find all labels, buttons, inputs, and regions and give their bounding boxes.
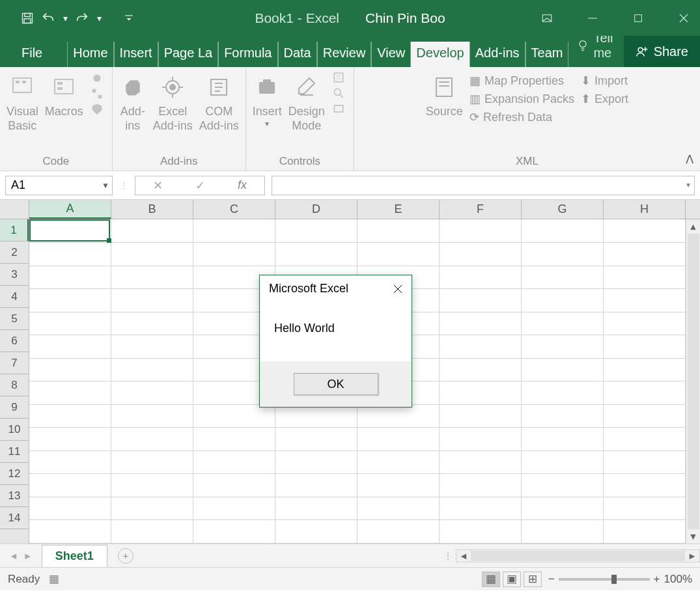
next-sheet-icon[interactable]: ► xyxy=(23,551,33,561)
expansion-packs-button[interactable]: ▥Expansion Packs xyxy=(469,92,574,106)
macro-recorder-icon[interactable]: ▦ xyxy=(49,572,59,586)
visual-basic-button[interactable]: Visual Basic xyxy=(7,71,38,133)
row-header-6[interactable]: 6 xyxy=(0,330,29,352)
column-header-G[interactable]: G xyxy=(522,200,604,219)
name-box[interactable]: A1 ▼ xyxy=(5,176,113,195)
scroll-down-icon[interactable]: ▼ xyxy=(689,529,698,544)
message-box: Microsoft Excel Hello World OK xyxy=(259,275,412,407)
close-icon[interactable] xyxy=(393,284,402,294)
close-icon[interactable] xyxy=(674,8,693,28)
row-header-8[interactable]: 8 xyxy=(0,374,29,396)
column-header-H[interactable]: H xyxy=(604,200,686,219)
row-header-2[interactable]: 2 xyxy=(0,241,29,264)
refresh-data-button[interactable]: ⟳Refresh Data xyxy=(469,110,574,124)
tab-addins[interactable]: Add-ins xyxy=(469,42,525,67)
page-break-view-icon[interactable]: ⊞ xyxy=(524,572,542,587)
column-header-A[interactable]: A xyxy=(29,200,111,219)
scroll-left-icon[interactable]: ◄ xyxy=(456,551,471,561)
row-header-10[interactable]: 10 xyxy=(0,419,29,441)
run-dialog-icon[interactable] xyxy=(331,102,347,117)
row-header-12[interactable]: 12 xyxy=(0,463,29,485)
save-icon[interactable] xyxy=(20,10,35,26)
row-header-5[interactable]: 5 xyxy=(0,308,29,330)
collapse-ribbon-icon[interactable]: ᐱ xyxy=(686,152,693,167)
column-header-D[interactable]: D xyxy=(275,200,357,219)
tab-formulas[interactable]: Formula xyxy=(218,42,277,67)
tab-insert[interactable]: Insert xyxy=(114,42,158,67)
insert-controls-button[interactable]: Insert ▾ xyxy=(253,71,282,128)
row-header-13[interactable]: 13 xyxy=(0,485,29,507)
formula-input[interactable]: ▾ xyxy=(272,176,695,195)
zoom-in-button[interactable]: + xyxy=(654,573,660,586)
scroll-up-icon[interactable]: ▲ xyxy=(689,219,698,234)
xml-source-button[interactable]: Source xyxy=(426,71,463,119)
chevron-down-icon[interactable]: ▾ xyxy=(61,10,69,26)
scroll-right-icon[interactable]: ► xyxy=(685,551,699,561)
scroll-thumb[interactable] xyxy=(471,551,685,561)
import-button[interactable]: ⬇Import xyxy=(581,74,628,88)
row-header-9[interactable]: 9 xyxy=(0,396,29,419)
zoom-level[interactable]: 100% xyxy=(664,573,692,586)
new-sheet-button[interactable]: + xyxy=(118,548,133,564)
tell-me-search[interactable]: Tell me xyxy=(576,31,623,67)
row-header-1[interactable]: 1 xyxy=(0,219,29,241)
drag-handle-icon[interactable]: ⋮ xyxy=(119,180,128,191)
row-header-4[interactable]: 4 xyxy=(0,286,29,308)
minimize-icon[interactable] xyxy=(583,8,602,28)
column-header-C[interactable]: C xyxy=(193,200,275,219)
use-relative-references-icon[interactable] xyxy=(90,87,105,101)
tab-review[interactable]: Review xyxy=(317,42,372,67)
tab-team[interactable]: Team xyxy=(525,42,569,67)
fx-icon[interactable]: fx xyxy=(238,178,247,192)
chevron-down-icon[interactable]: ▼ xyxy=(102,181,109,190)
com-addins-button[interactable]: COM Add-ins xyxy=(199,71,239,133)
svg-rect-46 xyxy=(436,78,452,96)
view-code-icon[interactable] xyxy=(331,87,347,101)
macros-button[interactable]: Macros xyxy=(45,71,83,119)
ok-button[interactable]: OK xyxy=(294,373,378,395)
enter-formula-icon[interactable]: ✓ xyxy=(195,178,205,193)
row-header-3[interactable]: 3 xyxy=(0,264,29,286)
cancel-formula-icon[interactable]: ✕ xyxy=(153,178,163,193)
export-button[interactable]: ⬆Export xyxy=(581,92,628,106)
undo-icon[interactable] xyxy=(40,10,56,26)
chevron-down-icon[interactable]: ▾ xyxy=(95,10,103,26)
zoom-slider[interactable] xyxy=(559,578,650,581)
zoom-out-button[interactable]: − xyxy=(548,573,555,586)
properties-icon[interactable] xyxy=(331,71,347,85)
tab-data[interactable]: Data xyxy=(278,42,317,67)
tab-developer[interactable]: Develop xyxy=(411,42,469,67)
sheet-tab-sheet1[interactable]: Sheet1 xyxy=(42,545,107,567)
select-all-corner[interactable] xyxy=(0,200,29,219)
design-mode-button[interactable]: Design Mode xyxy=(288,71,325,133)
ribbon-display-options-icon[interactable] xyxy=(537,8,557,28)
svg-point-12 xyxy=(638,48,643,52)
redo-icon[interactable] xyxy=(74,10,90,26)
column-header-E[interactable]: E xyxy=(357,200,440,219)
expand-formula-bar-icon[interactable]: ▾ xyxy=(686,180,690,189)
vertical-scrollbar[interactable]: ▲ ▼ xyxy=(686,219,700,544)
tab-file[interactable]: File xyxy=(16,42,48,67)
column-header-B[interactable]: B xyxy=(111,200,193,219)
tab-home[interactable]: Home xyxy=(67,42,113,67)
addins-button[interactable]: Add- ins xyxy=(119,71,147,133)
record-macro-icon[interactable] xyxy=(90,71,105,85)
tab-page-layout[interactable]: Page La xyxy=(158,42,219,67)
normal-view-icon[interactable]: ▦ xyxy=(482,572,500,587)
column-header-F[interactable]: F xyxy=(440,200,522,219)
maximize-icon[interactable] xyxy=(628,8,648,28)
page-layout-view-icon[interactable]: ▣ xyxy=(503,572,521,587)
scroll-thumb[interactable] xyxy=(688,234,699,529)
share-button[interactable]: Share xyxy=(624,36,700,67)
row-header-14[interactable]: 14 xyxy=(0,507,29,529)
tab-view[interactable]: View xyxy=(371,42,411,67)
row-header-11[interactable]: 11 xyxy=(0,441,29,463)
prev-sheet-icon[interactable]: ◄ xyxy=(9,551,18,561)
sheet-tab-splitter[interactable]: ⋮ xyxy=(440,551,456,561)
excel-addins-button[interactable]: Excel Add-ins xyxy=(153,71,193,133)
macro-security-icon[interactable] xyxy=(90,102,105,117)
customize-qat-icon[interactable] xyxy=(121,10,137,26)
row-header-7[interactable]: 7 xyxy=(0,352,29,374)
horizontal-scrollbar[interactable]: ◄ ► xyxy=(456,549,700,562)
map-properties-button[interactable]: ▦Map Properties xyxy=(469,74,574,88)
